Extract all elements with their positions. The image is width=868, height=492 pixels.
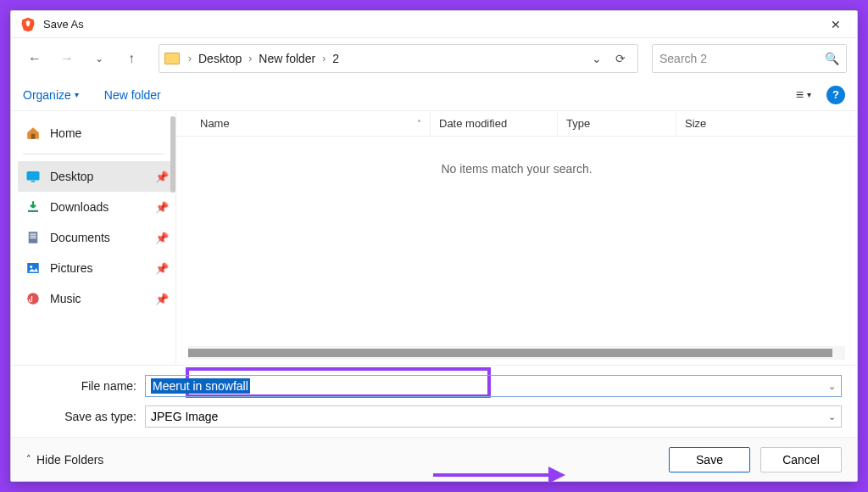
recent-locations-button[interactable]: ⌄ bbox=[86, 45, 113, 72]
dialog-footer: ˄ Hide Folders Save Cancel bbox=[11, 437, 857, 481]
dialog-body: Home Desktop 📌 Downloads 📌 Documents 📌 P… bbox=[11, 111, 857, 365]
toolbar: Organize ▾ New folder ≡ ▾ ? bbox=[11, 79, 857, 111]
document-icon bbox=[25, 229, 42, 246]
svg-marker-12 bbox=[548, 467, 565, 484]
chevron-right-icon: › bbox=[319, 53, 329, 64]
refresh-button[interactable]: ⟳ bbox=[609, 52, 632, 65]
search-input[interactable]: Search 2 🔍 bbox=[652, 44, 847, 73]
column-header-name[interactable]: Name ˄ bbox=[176, 111, 431, 136]
savetype-value: JPEG Image bbox=[151, 410, 218, 423]
column-header-size[interactable]: Size bbox=[676, 111, 857, 136]
caret-down-icon: ▾ bbox=[75, 90, 79, 99]
breadcrumb[interactable]: Desktop bbox=[195, 52, 245, 65]
savetype-label: Save as type: bbox=[26, 410, 145, 423]
sort-indicator-icon: ˄ bbox=[417, 119, 421, 128]
caret-down-icon: ▾ bbox=[807, 90, 811, 99]
picture-icon bbox=[25, 260, 42, 277]
window-title: Save As bbox=[43, 18, 84, 31]
sidebar-item-label: Documents bbox=[50, 231, 110, 244]
file-list-area: Name ˄ Date modified Type Size No items … bbox=[175, 111, 857, 365]
pin-icon: 📌 bbox=[155, 293, 169, 305]
desktop-icon bbox=[25, 168, 42, 185]
view-options-button[interactable]: ≡ ▾ bbox=[796, 87, 811, 103]
new-folder-button[interactable]: New folder bbox=[104, 88, 161, 102]
save-button[interactable]: Save bbox=[669, 447, 750, 472]
help-button[interactable]: ? bbox=[826, 86, 845, 104]
navigation-bar: ← → ⌄ ↑ › Desktop › New folder › 2 ⌄ ⟳ S… bbox=[11, 38, 857, 79]
brave-icon bbox=[19, 16, 36, 33]
save-as-dialog: Save As ✕ ← → ⌄ ↑ › Desktop › New folder… bbox=[10, 10, 858, 482]
sidebar-item-documents[interactable]: Documents 📌 bbox=[18, 222, 175, 253]
svg-point-10 bbox=[27, 293, 39, 305]
savetype-select[interactable]: JPEG Image ⌄ bbox=[145, 405, 842, 428]
sidebar: Home Desktop 📌 Downloads 📌 Documents 📌 P… bbox=[11, 111, 175, 365]
column-headers: Name ˄ Date modified Type Size bbox=[176, 111, 857, 137]
download-icon bbox=[25, 198, 42, 215]
chevron-right-icon: › bbox=[185, 53, 195, 64]
svg-rect-2 bbox=[31, 181, 36, 182]
svg-rect-3 bbox=[28, 210, 38, 212]
pin-icon: 📌 bbox=[155, 262, 169, 275]
folder-icon bbox=[164, 53, 180, 64]
svg-point-9 bbox=[30, 266, 32, 268]
home-icon bbox=[25, 125, 42, 142]
list-icon: ≡ bbox=[796, 87, 804, 103]
pin-icon: 📌 bbox=[155, 171, 169, 183]
filename-input[interactable]: Meerut in snowfall ⌄ bbox=[145, 375, 842, 397]
sidebar-item-label: Downloads bbox=[50, 200, 108, 214]
music-icon bbox=[25, 290, 42, 307]
close-button[interactable]: ✕ bbox=[816, 11, 855, 38]
organize-menu[interactable]: Organize ▾ bbox=[23, 88, 79, 102]
search-placeholder: Search 2 bbox=[659, 52, 707, 65]
annotation-arrow bbox=[430, 465, 565, 485]
filename-label: File name: bbox=[26, 379, 145, 393]
svg-rect-0 bbox=[31, 134, 36, 139]
up-button[interactable]: ↑ bbox=[118, 45, 145, 72]
sidebar-item-home[interactable]: Home bbox=[18, 118, 175, 148]
sidebar-item-downloads[interactable]: Downloads 📌 bbox=[18, 192, 175, 222]
sidebar-item-label: Pictures bbox=[50, 261, 93, 275]
address-dropdown[interactable]: ⌄ bbox=[585, 52, 609, 65]
breadcrumb[interactable]: New folder bbox=[255, 52, 319, 65]
back-button[interactable]: ← bbox=[21, 45, 48, 72]
dropdown-caret-icon[interactable]: ⌄ bbox=[828, 381, 836, 392]
sidebar-scrollbar[interactable] bbox=[170, 116, 175, 193]
sidebar-item-label: Music bbox=[50, 292, 81, 305]
titlebar: Save As ✕ bbox=[11, 11, 857, 38]
pin-icon: 📌 bbox=[155, 201, 169, 214]
form-area: File name: Meerut in snowfall ⌄ Save as … bbox=[11, 365, 857, 437]
chevron-down-icon: ⌄ bbox=[95, 53, 103, 64]
svg-rect-6 bbox=[30, 236, 36, 237]
svg-rect-7 bbox=[30, 238, 36, 238]
filename-value: Meerut in snowfall bbox=[151, 378, 250, 394]
address-bar[interactable]: › Desktop › New folder › 2 ⌄ ⟳ bbox=[159, 44, 638, 73]
sidebar-item-music[interactable]: Music 📌 bbox=[18, 283, 175, 314]
empty-state-message: No items match your search. bbox=[176, 137, 857, 346]
sidebar-item-pictures[interactable]: Pictures 📌 bbox=[18, 253, 175, 283]
chevron-up-icon: ˄ bbox=[26, 454, 31, 465]
column-header-type[interactable]: Type bbox=[558, 111, 676, 136]
hide-folders-toggle[interactable]: ˄ Hide Folders bbox=[26, 453, 103, 467]
breadcrumb[interactable]: 2 bbox=[329, 52, 342, 65]
horizontal-scrollbar[interactable] bbox=[188, 346, 845, 360]
dropdown-caret-icon[interactable]: ⌄ bbox=[828, 411, 836, 422]
svg-rect-5 bbox=[30, 234, 36, 235]
close-icon: ✕ bbox=[831, 18, 841, 31]
search-icon: 🔍 bbox=[825, 52, 839, 65]
pin-icon: 📌 bbox=[155, 232, 169, 244]
svg-rect-1 bbox=[27, 171, 40, 181]
sidebar-item-label: Home bbox=[50, 126, 81, 140]
cancel-button[interactable]: Cancel bbox=[760, 447, 842, 472]
forward-button[interactable]: → bbox=[53, 45, 81, 72]
organize-label: Organize bbox=[23, 88, 71, 102]
sidebar-item-label: Desktop bbox=[50, 170, 93, 183]
column-header-date[interactable]: Date modified bbox=[431, 111, 558, 136]
sidebar-separator bbox=[23, 154, 164, 154]
chevron-right-icon: › bbox=[245, 53, 255, 64]
sidebar-item-desktop[interactable]: Desktop 📌 bbox=[18, 161, 175, 192]
